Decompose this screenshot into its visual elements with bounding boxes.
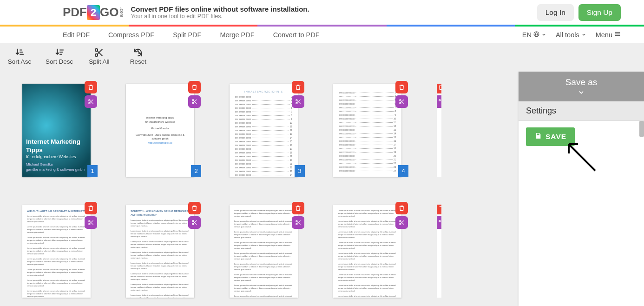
- delete-page-button[interactable]: [188, 202, 201, 214]
- svg-point-2: [95, 54, 98, 57]
- split-page-button[interactable]: [85, 95, 97, 108]
- split-page-button[interactable]: [437, 95, 441, 108]
- content-area: Internet Marketing Tipps für erfolgreich…: [0, 72, 644, 306]
- nav-edit-pdf[interactable]: Edit PDF: [63, 27, 90, 43]
- trash-icon: [398, 84, 405, 91]
- all-tools-menu[interactable]: All tools: [556, 31, 586, 39]
- page-preview: INHALTSVERZEICHNIS xxx xxxxxx xxxxx3xxx …: [230, 84, 298, 177]
- login-button[interactable]: Log In: [537, 4, 574, 21]
- delete-page-button[interactable]: [292, 202, 304, 214]
- nav-split-pdf[interactable]: Split PDF: [173, 27, 201, 43]
- nav-merge-pdf[interactable]: Merge PDF: [220, 27, 254, 43]
- page-thumb[interactable]: INHALTSVERZEICHNIS xxx xxxxxx xxxxx3xxx …: [230, 84, 298, 177]
- page-thumb[interactable]: xxx xxxxxx xxxxx3xxx xxxxxx xxxxx4xxx xx…: [437, 84, 441, 177]
- delete-page-button[interactable]: [395, 81, 408, 93]
- trash-icon: [295, 205, 302, 212]
- scissors-icon: [398, 219, 405, 226]
- cover-sub: für erfolgreichere Websites: [26, 154, 87, 160]
- tagline-main: Convert PDF files online without softwar…: [131, 5, 309, 13]
- svg-point-1: [95, 49, 98, 52]
- svg-point-15: [192, 223, 194, 225]
- split-page-button[interactable]: [292, 95, 304, 108]
- scissors-icon: [87, 98, 94, 105]
- cover-title: Internet Marketing Tipps: [26, 138, 87, 154]
- signup-button[interactable]: Sign Up: [578, 4, 621, 21]
- scissors-icon: [398, 98, 405, 105]
- save-as-dropdown[interactable]: Save as: [519, 72, 644, 101]
- logo-2-box: 2: [87, 5, 100, 20]
- page-preview: Internet Marketing Tipps für erfolgreich…: [22, 84, 91, 177]
- split-page-button[interactable]: [85, 216, 97, 229]
- page-thumb[interactable]: Internet Marketing Tipps für erfolgreich…: [22, 84, 91, 177]
- trash-icon: [398, 205, 405, 212]
- page-number: 4: [398, 165, 408, 177]
- trash-icon: [87, 205, 94, 212]
- settings-body: SAVE: [519, 121, 644, 306]
- sort-desc-button[interactable]: Sort Desc: [46, 47, 73, 65]
- hamburger-icon: [614, 31, 621, 39]
- svg-point-18: [400, 220, 401, 222]
- reset-icon: [133, 47, 143, 58]
- chevron-down-icon: [541, 31, 546, 39]
- scrollbar[interactable]: [639, 121, 644, 137]
- page-grid: Internet Marketing Tipps für erfolgreich…: [0, 72, 519, 306]
- chevron-down-icon: [581, 31, 586, 39]
- page-thumb[interactable]: xxx xxxxxx xxxxx3xxx xxxxxx xxxxx4xxx xx…: [333, 84, 401, 177]
- trash-icon: [87, 84, 94, 91]
- menu-toggle[interactable]: Menu: [596, 31, 621, 39]
- svg-point-16: [296, 220, 297, 222]
- page-row: Internet Marketing Tipps für erfolgreich…: [22, 84, 519, 177]
- logo-com: .com: [119, 7, 124, 17]
- split-page-button[interactable]: [188, 95, 201, 108]
- split-page-button[interactable]: [395, 216, 408, 229]
- split-page-button[interactable]: [395, 95, 408, 108]
- language-switcher[interactable]: EN: [522, 31, 546, 39]
- annotation-arrow: [565, 140, 602, 180]
- menu-label: Menu: [596, 31, 612, 39]
- svg-point-9: [400, 100, 401, 101]
- page-thumb[interactable]: WIE GUT LÄUFT IHR GESCHÄFT IM INTERNET? …: [22, 205, 91, 298]
- split-all-button[interactable]: Split All: [86, 47, 112, 65]
- nav-compress-pdf[interactable]: Compress PDF: [108, 27, 154, 43]
- scissors-icon: [87, 219, 94, 226]
- delete-page-button[interactable]: [437, 205, 441, 214]
- sort-asc-label: Sort Asc: [8, 58, 31, 65]
- split-page-button[interactable]: [437, 216, 441, 229]
- page-thumb[interactable]: SCHRITT 1 - WIE KOMMEN GENUG BESUCHER AU…: [126, 205, 194, 298]
- page-preview: xxx xxxxxx xxxxx3xxx xxxxxx xxxxx4xxx xx…: [333, 84, 401, 177]
- svg-point-4: [89, 102, 90, 104]
- page-thumb[interactable]: Lorem ipsum dolor sit amet consectetur a…: [437, 205, 441, 298]
- alltools-label: All tools: [556, 31, 579, 39]
- page-thumb[interactable]: Lorem ipsum dolor sit amet consectetur a…: [230, 205, 298, 298]
- delete-page-button[interactable]: [292, 81, 304, 93]
- scissors-icon: [295, 98, 302, 105]
- navbar: Edit PDF Compress PDF Split PDF Merge PD…: [0, 27, 644, 43]
- scissors-icon: [191, 98, 198, 105]
- page-thumb[interactable]: Lorem ipsum dolor sit amet consectetur a…: [333, 205, 401, 298]
- trash-icon: [191, 84, 198, 91]
- svg-point-19: [400, 223, 401, 225]
- scissors-icon: [438, 98, 441, 105]
- svg-point-3: [89, 100, 90, 101]
- svg-point-5: [192, 100, 194, 101]
- logo[interactable]: PDF 2 GO .com: [63, 5, 124, 20]
- reset-button[interactable]: Reset: [125, 47, 151, 65]
- tagline-sub: Your all in one tool to edit PDF files.: [131, 13, 309, 20]
- sort-asc-icon: [14, 47, 25, 58]
- delete-page-button[interactable]: [85, 81, 97, 93]
- delete-page-button[interactable]: [188, 81, 201, 93]
- nav-convert-pdf[interactable]: Convert to PDF: [273, 27, 320, 43]
- sort-asc-button[interactable]: Sort Asc: [7, 47, 33, 65]
- svg-point-13: [89, 223, 90, 225]
- delete-page-button[interactable]: [437, 84, 441, 93]
- scissors-icon: [295, 219, 302, 226]
- page-preview: WIE GUT LÄUFT IHR GESCHÄFT IM INTERNET? …: [22, 205, 91, 298]
- page-preview: Lorem ipsum dolor sit amet consectetur a…: [333, 205, 401, 298]
- cover-company: gandke marketing & software gmbh: [26, 167, 87, 172]
- split-page-button[interactable]: [292, 216, 304, 229]
- delete-page-button[interactable]: [85, 202, 97, 214]
- page-preview: SCHRITT 1 - WIE KOMMEN GENUG BESUCHER AU…: [126, 205, 194, 298]
- page-thumb[interactable]: Internet Marketing Tipps für erfolgreich…: [126, 84, 194, 177]
- split-page-button[interactable]: [188, 216, 201, 229]
- delete-page-button[interactable]: [395, 202, 408, 214]
